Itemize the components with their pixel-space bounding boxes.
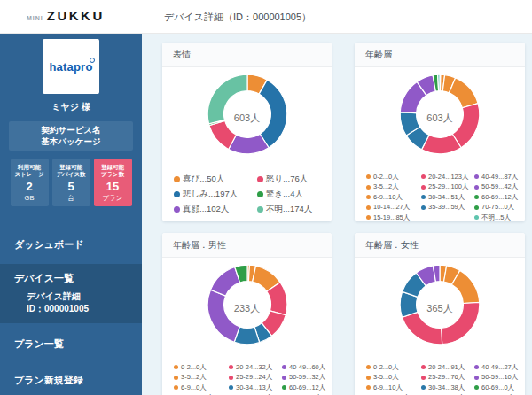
- legend-item-label: 0-2...0人: [181, 363, 207, 372]
- legend-color-dot: [366, 385, 371, 390]
- legend-item-40-49[interactable]: 40-49...87人: [474, 172, 518, 182]
- legend-color-dot: [282, 385, 286, 390]
- legend-item-label: 50-59...32人: [289, 373, 325, 382]
- stat-unit: GB: [11, 194, 49, 202]
- legend-column: 喜び...50人悲しみ...197人真顔...102人: [174, 172, 257, 217]
- sidebar-item-3[interactable]: プラン新規登録: [0, 368, 142, 392]
- app-root: MINI ZUKKU デバイス詳細（ID：000001005） hatapro …: [0, 0, 532, 395]
- legend-color-dot: [257, 191, 263, 198]
- legend-item-label: 40-49...27人: [481, 363, 518, 372]
- legend-item-20-24[interactable]: 20-24...32人: [229, 362, 282, 373]
- legend-item-10-14[interactable]: 10-14...27人: [366, 203, 421, 213]
- legend-item-label: 25-29...100人: [428, 182, 468, 191]
- legend-color-dot: [174, 176, 180, 182]
- legend-item-70-75[interactable]: 70-75...0人: [474, 203, 518, 213]
- legend-item-label: 喜び...50人: [183, 174, 224, 185]
- legend-column: 20-24...91人25-29...76人30-34...38人35-39..…: [421, 362, 474, 395]
- legend-item-label: 悲しみ...197人: [183, 189, 238, 200]
- legend-item-25-29[interactable]: 25-29...76人: [421, 373, 474, 383]
- legend-item-30-34[interactable]: 30-34...51人: [421, 192, 474, 203]
- main-content: 表情603人喜び...50人悲しみ...197人真顔...102人怒り...76…: [142, 34, 532, 395]
- legend-item-label: 30-34...13人: [236, 383, 272, 392]
- legend-item-60-69[interactable]: 60-69...12人: [282, 383, 325, 393]
- legend-item-50-59[interactable]: 50-59...10人: [474, 373, 518, 383]
- donut-area: 365人: [355, 262, 525, 356]
- legend-item-悲しみ[interactable]: 悲しみ...197人: [174, 187, 257, 202]
- legend-color-dot: [282, 365, 286, 369]
- sidebar-item-0[interactable]: ダッシュボード: [0, 233, 142, 257]
- legend-item-label: 15-19...85人: [373, 213, 410, 221]
- legend-item-15-19[interactable]: 15-19...85人: [366, 213, 421, 221]
- legend-item-60-69[interactable]: 60-69...12人: [474, 192, 518, 203]
- legend-item-真顔[interactable]: 真顔...102人: [174, 202, 257, 217]
- legend-item-不明[interactable]: 不明...174人: [257, 202, 312, 217]
- legend-item-label: 60-69...12人: [481, 193, 518, 202]
- legend-item-label: 25-29...24人: [236, 373, 272, 382]
- legend-item-不明[interactable]: 不明...5人: [474, 213, 518, 221]
- legend-color-dot: [474, 385, 479, 390]
- legend-item-50-59[interactable]: 50-59...32人: [282, 373, 325, 383]
- legend-item-6-9[interactable]: 6-9...10人: [366, 192, 421, 203]
- legend-item-label: 20-24...123人: [428, 173, 468, 182]
- legend-item-label: 35-39...59人: [428, 203, 465, 212]
- legend-item-20-24[interactable]: 20-24...91人: [421, 362, 474, 373]
- legend-item-label: 不明...174人: [266, 204, 312, 215]
- legend-color-dot: [474, 376, 479, 380]
- legend-item-3-5[interactable]: 3-5...2人: [174, 373, 229, 383]
- app-logo[interactable]: MINI ZUKKU: [27, 8, 105, 23]
- legend-item-label: 6-9...0人: [181, 383, 207, 392]
- legend-color-dot: [366, 376, 371, 380]
- donut-slice-25-29: [403, 312, 442, 344]
- legend-color-dot: [366, 215, 371, 220]
- legend-item-50-59[interactable]: 50-59...42人: [474, 182, 518, 193]
- legend-item-20-24[interactable]: 20-24...123人: [421, 172, 474, 182]
- chart-card-title: 年齢層：男性: [162, 233, 332, 258]
- legend-item-40-49[interactable]: 40-49...27人: [474, 362, 518, 373]
- legend-item-30-34[interactable]: 30-34...38人: [421, 383, 474, 393]
- logo-zukku-text: ZUKKU: [47, 8, 105, 23]
- sidebar-subitem-device-detail[interactable]: デバイス詳細: [0, 290, 142, 303]
- quota-stat-box: 登録可能デバイス数5台: [52, 159, 90, 206]
- company-logo-box: hatapro: [43, 39, 99, 94]
- legend-item-6-9[interactable]: 6-9...10人: [366, 383, 421, 393]
- legend-item-0-2[interactable]: 0-2...0人: [366, 362, 421, 373]
- legend-item-60-69[interactable]: 60-69...0人: [474, 383, 518, 393]
- donut-area: 603人: [355, 72, 525, 166]
- user-name: ミヤジ 様: [0, 101, 142, 113]
- legend-color-dot: [474, 174, 479, 179]
- legend-item-喜び[interactable]: 喜び...50人: [174, 172, 257, 187]
- legend-color-dot: [366, 365, 371, 369]
- legend-item-3-5[interactable]: 3-5...0人: [366, 373, 421, 383]
- legend-item-0-2[interactable]: 0-2...0人: [366, 172, 421, 182]
- legend-item-label: 3-5...0人: [373, 373, 399, 382]
- logo-mini-text: MINI: [27, 15, 43, 21]
- stat-label: 登録可能: [94, 164, 132, 171]
- legend-item-label: 真顔...102人: [183, 204, 229, 215]
- stat-unit: プラン: [94, 194, 132, 203]
- legend-item-6-9[interactable]: 6-9...0人: [174, 383, 229, 393]
- legend-item-0-2[interactable]: 0-2...0人: [174, 362, 229, 373]
- legend-item-3-5[interactable]: 3-5...2人: [366, 182, 421, 193]
- stat-unit: 台: [52, 194, 90, 203]
- legend-item-40-49[interactable]: 40-49...60人: [282, 362, 325, 373]
- sidebar-item-2[interactable]: プラン一覧: [0, 332, 142, 356]
- legend-item-怒り[interactable]: 怒り...76人: [257, 172, 312, 187]
- legend-color-dot: [474, 195, 479, 199]
- legend-item-label: 10-14...27人: [373, 203, 410, 212]
- legend-item-25-29[interactable]: 25-29...100人: [421, 182, 474, 193]
- donut-center-total: 365人: [355, 302, 525, 315]
- legend-color-dot: [474, 185, 479, 190]
- legend-column: 20-24...32人25-29...24人30-34...13人35-39..…: [229, 362, 282, 395]
- donut-area: 233人: [162, 262, 332, 356]
- legend-item-label: 3-5...2人: [181, 373, 207, 382]
- legend-item-label: 3-5...2人: [373, 182, 399, 191]
- legend-item-label: 25-29...76人: [428, 373, 465, 382]
- legend-item-驚き[interactable]: 驚き...4人: [257, 187, 312, 202]
- legend-color-dot: [421, 385, 426, 390]
- legend-item-30-34[interactable]: 30-34...13人: [229, 383, 282, 393]
- legend-item-35-39[interactable]: 35-39...59人: [421, 203, 474, 213]
- donut-center-total: 603人: [355, 112, 525, 125]
- legend-color-dot: [421, 205, 426, 210]
- legend-item-25-29[interactable]: 25-29...24人: [229, 373, 282, 383]
- sidebar-item-1[interactable]: デバイス一覧: [0, 270, 142, 289]
